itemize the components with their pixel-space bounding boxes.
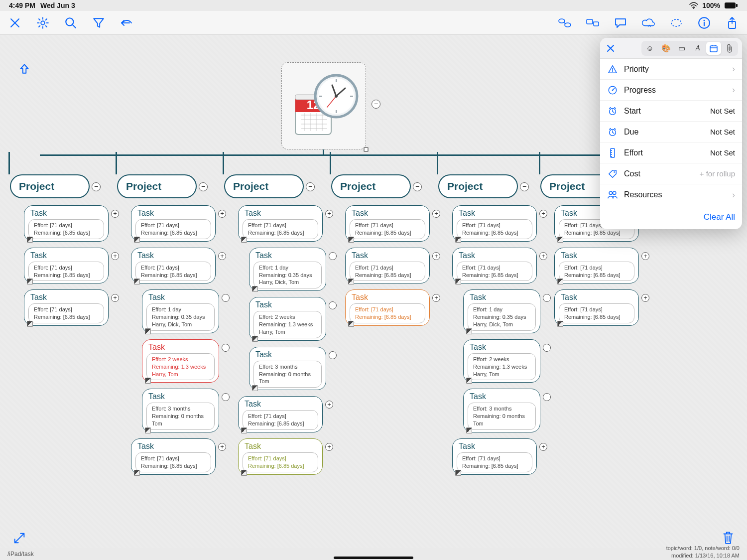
collapse-toggle[interactable]: − [92,182,101,191]
task-node[interactable]: TaskEffort: [71 days] Remaining: [6.85 d… [345,248,430,284]
task-node[interactable]: TaskEffort: [71 days] Remaining: [6.85 d… [452,248,537,284]
collapse-toggle[interactable]: − [520,182,529,191]
task-node[interactable]: TaskEffort: [71 days] Remaining: [6.85 d… [131,438,216,475]
tab-appearance[interactable]: 🎨 [658,42,673,55]
svg-point-36 [612,71,613,72]
cloud-icon[interactable] [641,16,655,30]
search-icon[interactable] [64,16,78,30]
svg-point-44 [613,191,616,194]
gear-icon[interactable] [36,16,50,30]
filter-icon[interactable] [92,16,106,30]
home-indicator [334,557,413,559]
tab-task[interactable] [706,42,721,55]
task-node[interactable]: TaskEffort: 3 months Remaining: 0 months… [463,389,540,432]
note-icon [252,286,258,292]
task-detail: Effort: [71 days] Remaining: [6.85 days] [559,303,634,323]
task-title: Task [239,206,322,219]
task-detail: Effort: [71 days] Remaining: [6.85 days] [457,452,532,472]
task-title: Task [249,248,326,262]
task-node[interactable]: TaskEffort: [71 days] Remaining: [6.85 d… [554,248,639,284]
presentation-icon[interactable] [586,16,600,30]
outline-icon[interactable] [558,16,572,30]
calendar-clock-icon: 12 [286,67,361,144]
resize-handle[interactable] [364,147,369,152]
note-icon [466,378,472,384]
undo-icon[interactable] [120,16,133,30]
lasso-icon[interactable] [669,16,683,30]
task-node[interactable]: TaskEffort: 2 weeks Remaining: 1.3 weeks… [463,339,540,383]
expand-toggle[interactable] [543,344,551,352]
wifi-icon [689,2,698,9]
inspector-row-due[interactable]: DueNot Set [600,122,742,142]
tab-shape[interactable]: ▭ [674,42,689,55]
task-node[interactable]: TaskEffort: [71 days] Remaining: [6.85 d… [24,289,109,326]
task-detail: Effort: [71 days] Remaining: [6.85 days] [243,410,318,430]
share-icon[interactable] [725,16,739,30]
inspector-row-resources[interactable]: Resources› [600,184,742,205]
inspector-row-priority[interactable]: Priority› [600,59,742,80]
note-bubble-icon[interactable] [614,16,627,30]
tab-emoji[interactable]: ☺ [642,42,657,55]
collapse-toggle[interactable]: − [306,182,315,191]
inspector-row-cost[interactable]: Cost+ for rollup [600,163,742,184]
task-node[interactable]: TaskEffort: 2 weeks Remaining: 1.3 weeks… [249,297,326,341]
task-node[interactable]: TaskEffort: 1 day Remaining: 0.35 days H… [249,248,326,291]
task-title: Task [464,290,540,303]
info-icon[interactable] [697,16,711,30]
row-label: Effort [624,148,643,157]
task-node[interactable]: TaskEffort: [71 days] Remaining: [6.85 d… [345,289,430,326]
task-node[interactable]: TaskEffort: [71 days] Remaining: [6.85 d… [131,248,216,284]
inspector-row-start[interactable]: StartNot Set [600,101,742,122]
task-detail: Effort: [71 days] Remaining: [6.85 days] [243,219,318,239]
task-node[interactable]: TaskEffort: [71 days] Remaining: [6.85 d… [554,289,639,326]
task-node[interactable]: TaskEffort: [71 days] Remaining: [6.85 d… [131,205,216,242]
project-node[interactable]: Project− [10,174,90,198]
task-node[interactable]: TaskEffort: [71 days] Remaining: [6.85 d… [452,205,537,242]
root-node[interactable]: 12 [281,62,366,149]
resize-icon[interactable] [12,531,26,545]
task-node[interactable]: TaskEffort: [71 days] Remaining: [6.85 d… [24,205,109,242]
tab-attachment[interactable] [722,42,737,55]
inspector-row-effort[interactable]: EffortNot Set [600,142,742,163]
task-title: Task [464,389,540,403]
inspector-close-icon[interactable] [604,42,617,55]
close-icon[interactable] [8,16,22,30]
task-node[interactable]: TaskEffort: [71 days] Remaining: [6.85 d… [238,438,323,475]
task-node[interactable]: TaskEffort: 2 weeks Remaining: 1.3 weeks… [142,339,219,383]
task-node[interactable]: TaskEffort: 3 months Remaining: 0 months… [249,347,326,391]
collapse-toggle[interactable]: − [413,182,422,191]
expand-toggle[interactable]: + [539,443,547,451]
project-node[interactable]: Project− [438,174,518,198]
task-node[interactable]: TaskEffort: 1 day Remaining: 0.35 days H… [142,289,219,333]
root-collapse-toggle[interactable]: − [372,100,380,109]
task-node[interactable]: TaskEffort: [71 days] Remaining: [6.85 d… [238,396,323,432]
inspector-row-progress[interactable]: Progress› [600,80,742,101]
clear-all-button[interactable]: Clear All [704,212,735,222]
task-node[interactable]: TaskEffort: 1 day Remaining: 0.35 days H… [463,289,540,333]
expand-toggle[interactable]: + [325,401,333,409]
project-node[interactable]: Project− [224,174,304,198]
trash-icon[interactable] [722,530,735,545]
project-node[interactable]: Project− [331,174,411,198]
expand-toggle[interactable] [329,351,337,359]
expand-toggle[interactable] [543,393,551,401]
task-title: Task [142,389,219,403]
task-node[interactable]: TaskEffort: [71 days] Remaining: [6.85 d… [238,205,323,242]
task-node[interactable]: TaskEffort: [71 days] Remaining: [6.85 d… [24,248,109,284]
expand-toggle[interactable]: + [641,294,649,302]
task-detail: Effort: [71 days] Remaining: [6.85 days] [457,262,532,281]
note-icon [466,328,472,334]
task-node[interactable]: TaskEffort: [71 days] Remaining: [6.85 d… [345,205,430,242]
expand-toggle[interactable]: + [325,443,333,451]
task-node[interactable]: TaskEffort: [71 days] Remaining: [6.85 d… [452,438,537,475]
project-column: Project−TaskEffort: [71 days] Remaining:… [331,174,431,332]
footer-stats: topic/word: 1/0, note/word: 0/0 modified… [666,545,740,559]
collapse-toggle[interactable]: − [199,182,208,191]
go-up-icon[interactable] [18,62,31,75]
project-node[interactable]: Project− [117,174,197,198]
expand-toggle[interactable]: + [641,252,649,260]
connector-hbar [40,154,603,156]
tab-font[interactable]: A [690,42,705,55]
task-node[interactable]: TaskEffort: 3 months Remaining: 0 months… [142,389,219,432]
note-icon [557,237,563,243]
